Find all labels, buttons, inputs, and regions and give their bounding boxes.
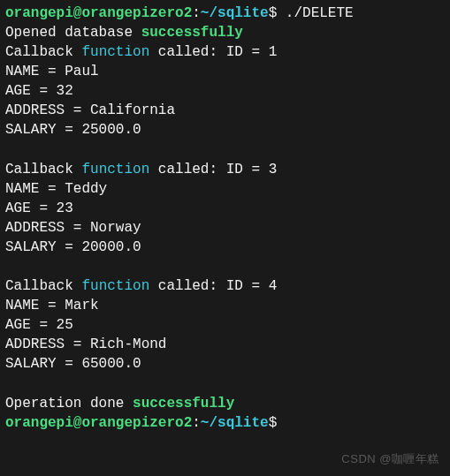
function-keyword: function <box>81 162 149 178</box>
age-line: AGE = 25 <box>5 315 445 335</box>
blank-line <box>5 374 445 393</box>
function-keyword: function <box>81 44 149 60</box>
watermark: CSDN @咖喱年糕 <box>341 451 439 467</box>
current-path: ~/sqlite <box>201 415 269 431</box>
salary-line: SALARY = 25000.0 <box>5 120 445 140</box>
name-line: NAME = Mark <box>5 296 445 315</box>
callback-suffix: called: ID = 1 <box>149 44 277 60</box>
prompt-line: orangepi@orangepizero2:~/sqlite$ <box>5 413 445 433</box>
separator: : <box>192 415 201 431</box>
done-status: successfully <box>133 396 234 412</box>
terminal-output[interactable]: orangepi@orangepizero2:~/sqlite$ ./DELET… <box>5 4 445 433</box>
callback-line: Callback function called: ID = 3 <box>5 160 445 179</box>
prompt-line: orangepi@orangepizero2:~/sqlite$ ./DELET… <box>5 4 445 23</box>
user-host: orangepi@orangepizero2 <box>5 415 192 431</box>
callback-prefix: Callback <box>5 278 81 294</box>
callback-suffix: called: ID = 3 <box>149 162 277 178</box>
blank-line <box>5 140 445 160</box>
age-line: AGE = 23 <box>5 199 445 218</box>
done-prefix: Operation done <box>5 396 133 412</box>
opened-status: successfully <box>141 25 243 41</box>
function-keyword: function <box>81 278 149 294</box>
callback-suffix: called: ID = 4 <box>149 278 277 294</box>
callback-prefix: Callback <box>5 44 81 60</box>
command-text: ./DELETE <box>286 5 354 21</box>
name-line: NAME = Paul <box>5 62 445 81</box>
prompt-symbol: $ <box>269 5 286 21</box>
opened-prefix: Opened database <box>5 25 141 41</box>
salary-line: SALARY = 65000.0 <box>5 354 445 374</box>
callback-line: Callback function called: ID = 4 <box>5 276 445 296</box>
address-line: ADDRESS = Norway <box>5 218 445 238</box>
address-line: ADDRESS = Rich-Mond <box>5 335 445 354</box>
salary-line: SALARY = 20000.0 <box>5 238 445 257</box>
callback-line: Callback function called: ID = 1 <box>5 42 445 62</box>
address-line: ADDRESS = California <box>5 101 445 120</box>
name-line: NAME = Teddy <box>5 179 445 199</box>
user-host: orangepi@orangepizero2 <box>5 5 192 21</box>
age-line: AGE = 32 <box>5 81 445 101</box>
current-path: ~/sqlite <box>201 5 269 21</box>
done-line: Operation done successfully <box>5 394 445 413</box>
opened-line: Opened database successfully <box>5 23 445 42</box>
blank-line <box>5 257 445 276</box>
separator: : <box>192 5 201 21</box>
callback-prefix: Callback <box>5 162 81 178</box>
prompt-symbol: $ <box>269 415 278 431</box>
